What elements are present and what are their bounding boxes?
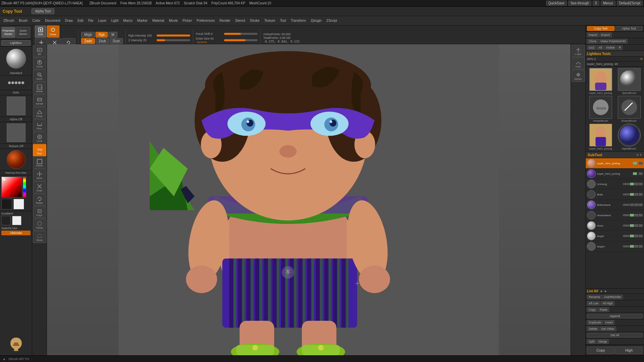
menu-render[interactable]: Render — [217, 18, 232, 23]
ghost-icon-btn[interactable]: Ghost — [33, 231, 46, 243]
draw-size-track[interactable] — [224, 39, 258, 41]
append-btn[interactable]: Append — [587, 314, 643, 318]
alpha-tool-btn[interactable]: Alpha Tool — [32, 8, 55, 14]
all-high-btn[interactable]: All High — [601, 301, 614, 306]
focal-shift-slider[interactable]: Focal Shift 0 — [196, 32, 258, 36]
subtool-slider-7[interactable] — [623, 225, 630, 227]
stroke-pattern-area[interactable] — [0, 76, 32, 90]
menu-transform[interactable]: Transform — [289, 18, 308, 23]
subtool-item-3[interactable]: UnHung — [586, 179, 644, 189]
m-btn[interactable]: M — [108, 32, 117, 38]
subtool-extra-3[interactable] — [639, 183, 643, 185]
transp-icon-btn[interactable]: Transp — [33, 219, 46, 231]
dynams-icon-btn[interactable]: Dynam — [572, 70, 585, 82]
subtool-eye-9[interactable] — [630, 245, 634, 248]
persp-icon-btn[interactable]: Persp — [33, 107, 46, 119]
auto-reorder-btn[interactable]: AutoReorder — [602, 295, 623, 299]
menu-document[interactable]: ZBrush Document — [89, 1, 116, 5]
subtool-eye-6[interactable] — [630, 214, 634, 217]
sxyz-icon-btn[interactable]: Sxyz Sxyz — [33, 144, 46, 156]
subtool-item-4[interactable]: Brille — [586, 189, 644, 200]
delete-btn[interactable]: Delete — [587, 326, 599, 331]
menu-marker[interactable]: Marker — [135, 18, 150, 23]
floor-icon-btn[interactable]: Floor — [33, 119, 46, 131]
split-btn[interactable]: Split — [587, 339, 596, 344]
menu-document[interactable]: Document — [43, 18, 62, 23]
scroll-icon-btn[interactable]: Scroll — [33, 57, 46, 69]
all-btn[interactable]: All — [597, 45, 604, 50]
dust-btn[interactable]: Dust — [110, 38, 123, 44]
high-bottom-btn[interactable]: High — [615, 347, 643, 354]
draw-size-slider[interactable]: Draw Size 64 Dynamic — [196, 37, 258, 44]
aahalf-icon-btn[interactable]: AAHalf — [33, 95, 46, 107]
list-all-label[interactable]: List All — [587, 289, 598, 293]
local-icon-btn[interactable]: Local — [33, 132, 46, 144]
subtool-expand-btn[interactable]: ▼ — [639, 154, 642, 157]
actual-icon-btn[interactable]: 1:1 Actual — [33, 82, 46, 94]
subtool-item-6[interactable]: Hosenband — [586, 210, 644, 221]
menu-movie[interactable]: Movie — [167, 18, 180, 23]
brush-item-5[interactable]: super_hero_posing — [587, 124, 614, 150]
subtool-extra-8[interactable] — [639, 235, 643, 237]
background-color-swatch[interactable] — [13, 199, 24, 209]
subtool-item-9[interactable]: Augen — [586, 241, 644, 252]
bill-icon-btn[interactable]: Bill — [33, 45, 46, 57]
z-intensity-track[interactable] — [157, 39, 190, 41]
subtool-slider-6[interactable] — [623, 214, 630, 216]
brush-item-3[interactable]: Simple SimpleBrush — [587, 96, 614, 122]
subtool-lock-5[interactable] — [634, 203, 638, 206]
z-intensity-slider[interactable]: Z Intensity 25 — [128, 39, 190, 42]
subtool-lock-2[interactable] — [639, 172, 643, 175]
subtool-item-5[interactable]: Brillenband — [586, 200, 644, 210]
subtool-eye-5[interactable] — [630, 203, 634, 206]
color-gradient-picker[interactable] — [1, 177, 22, 197]
material-swatch[interactable] — [7, 150, 25, 169]
subtool-lock-6[interactable] — [634, 214, 638, 217]
subtool-lock-4[interactable] — [634, 193, 638, 196]
subtool-lock-7[interactable] — [634, 224, 638, 227]
subtool-slider-8[interactable] — [623, 235, 630, 237]
subtool-lock-1[interactable] — [639, 162, 643, 165]
zadd-btn[interactable]: Zadd — [81, 38, 95, 44]
projection-master-btn[interactable]: Projection Master — [1, 27, 15, 38]
subtool-extra-6[interactable] — [639, 214, 643, 217]
del-all-btn[interactable]: Del All — [587, 333, 643, 338]
copy-tool-label[interactable]: Copy Tool — [3, 9, 22, 14]
mrgb-btn[interactable]: Mrgb — [81, 32, 95, 38]
focal-track[interactable] — [224, 33, 258, 35]
subtool-item-2[interactable]: super_hero_posing — [586, 169, 644, 179]
menu-zscript[interactable]: ZScript — [324, 18, 339, 23]
zsub-btn[interactable]: Zsub — [96, 38, 109, 44]
menu-stroke[interactable]: Stroke — [248, 18, 262, 23]
draw-btn[interactable]: Draw — [47, 25, 59, 38]
gradient-end-swatch[interactable] — [12, 216, 21, 225]
gradient-start-swatch[interactable] — [1, 216, 11, 225]
rename-btn[interactable]: Rename — [587, 295, 602, 299]
insert-btn[interactable]: Insert — [604, 320, 615, 325]
brush-item-6[interactable]: AlphaBrush — [615, 124, 643, 150]
menu-texture[interactable]: Texture — [262, 18, 277, 23]
subtool-eye-4[interactable] — [630, 193, 634, 196]
subtool-extra-5[interactable] — [639, 203, 643, 206]
scale-icon-btn[interactable]: Scale — [33, 181, 46, 193]
see-through-btn[interactable]: See-through — [568, 1, 591, 6]
merge-btn[interactable]: Merge — [597, 339, 609, 344]
foreground-color-swatch[interactable] — [1, 199, 12, 209]
move-icon-btn[interactable]: Move — [33, 169, 46, 181]
menu-light[interactable]: Light — [109, 18, 121, 23]
subtool-lock-3[interactable] — [634, 183, 638, 185]
visible-btn[interactable]: Visible — [604, 45, 616, 50]
lazy-icon-btn[interactable]: Lazy — [572, 57, 585, 69]
menu-tool[interactable]: Tool — [278, 18, 288, 23]
make-polymesh-btn[interactable]: Make PolyMesh3D — [599, 39, 628, 44]
subtool-extra-7[interactable] — [639, 224, 643, 227]
copy-tool-top-btn[interactable]: Copy Tool — [587, 26, 614, 31]
alpha-tool-top-btn[interactable]: Alpha Tool — [615, 26, 643, 31]
menus-btn[interactable]: Menus — [601, 1, 615, 6]
subtool-slider-3[interactable] — [623, 183, 630, 185]
edit-btn[interactable]: Edit — [35, 25, 46, 38]
copy-bottom-btn[interactable]: Copy — [587, 347, 614, 354]
goz-btn[interactable]: GoZ — [587, 45, 596, 50]
paste-subtool-btn[interactable]: Paste — [598, 307, 609, 312]
main-viewport[interactable] — [47, 44, 571, 355]
